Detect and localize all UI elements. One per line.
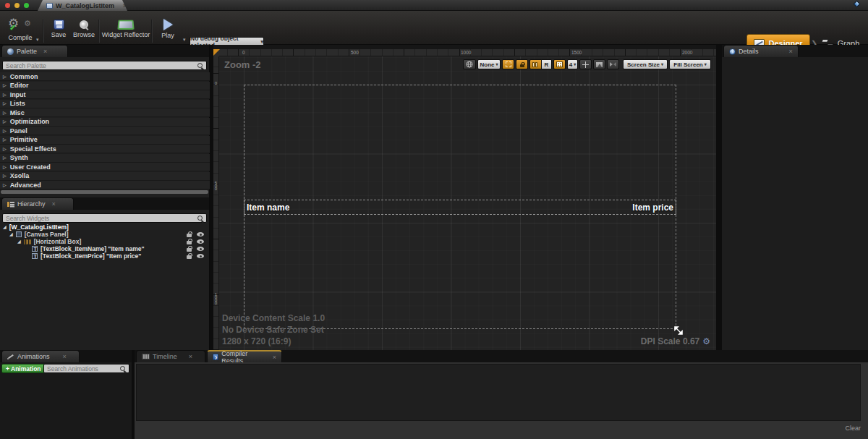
design-canvas[interactable]: Zoom -2 None ▾ R 4 ▾ xyxy=(219,56,716,350)
close-icon[interactable]: × xyxy=(789,48,793,55)
palette-category-misc[interactable]: ▷Misc xyxy=(0,108,210,117)
expander-icon[interactable]: ▷ xyxy=(3,165,7,169)
palette-category-xsolla[interactable]: ▷Xsolla xyxy=(0,172,210,181)
screen-size-label: Screen Size xyxy=(627,61,660,68)
expander-icon[interactable]: ▷ xyxy=(3,174,7,178)
tab-animations[interactable]: Animations × xyxy=(1,350,80,362)
ruler-tick-label: 500 xyxy=(351,50,359,55)
visibility-eye-icon[interactable] xyxy=(197,232,204,236)
close-icon[interactable]: × xyxy=(63,353,67,360)
add-animation-button[interactable]: + Animation xyxy=(1,364,46,373)
compile-options-caret-icon[interactable]: ▾ xyxy=(36,37,39,42)
close-tab-icon[interactable]: × xyxy=(123,2,127,9)
right-splitter[interactable] xyxy=(716,45,722,350)
expander-icon[interactable]: ▷ xyxy=(3,155,7,160)
visibility-eye-icon[interactable] xyxy=(197,254,204,258)
play-button[interactable]: Play xyxy=(154,18,182,46)
expander-icon[interactable]: ▷ xyxy=(3,183,7,187)
localization-preview-button[interactable] xyxy=(463,59,476,69)
transform-mode-button[interactable] xyxy=(579,59,592,69)
expander-icon[interactable]: ▷ xyxy=(3,129,7,133)
expander-icon[interactable]: ▷ xyxy=(3,147,7,151)
expander-icon[interactable]: ▷ xyxy=(3,137,7,142)
tab-details[interactable]: Details × xyxy=(723,45,799,57)
widget-reflector-button[interactable]: Widget Reflector xyxy=(101,18,150,46)
show-outlines-toggle[interactable] xyxy=(502,59,514,69)
grid-size-dropdown[interactable]: 4 ▾ xyxy=(567,59,578,69)
expander-icon[interactable]: ▷ xyxy=(3,101,7,106)
tree-row-textblock-itemname[interactable]: [TextBlock_ItemName] "Item name" xyxy=(32,245,144,252)
palette-category-common[interactable]: ▷Common xyxy=(0,72,210,81)
mirror-preview-button[interactable] xyxy=(607,59,619,69)
close-icon[interactable]: × xyxy=(273,354,276,361)
horizontal-box-outline[interactable]: Item name Item price xyxy=(244,200,676,215)
item-name-textblock[interactable]: Item name xyxy=(247,203,289,213)
palette-category-advanced[interactable]: ▷Advanced xyxy=(0,181,210,189)
resize-handle-cursor-icon[interactable] xyxy=(673,325,684,338)
close-icon[interactable]: × xyxy=(189,353,192,360)
close-icon[interactable]: × xyxy=(43,48,47,55)
close-icon[interactable]: × xyxy=(52,200,56,208)
tab-palette[interactable]: Palette × xyxy=(1,45,68,57)
lock-icon[interactable] xyxy=(187,234,192,237)
lock-icon[interactable] xyxy=(187,248,192,252)
source-control-icon[interactable] xyxy=(854,1,861,8)
palette-category-special-effects[interactable]: ▷Special Effects xyxy=(0,145,210,153)
tab-compiler-results[interactable]: Compiler Results × xyxy=(207,350,282,362)
lock-widgets-toggle[interactable] xyxy=(516,59,528,69)
hierarchy-search-input[interactable] xyxy=(3,215,197,222)
tree-row-canvas-panel[interactable]: ◢ [Canvas Panel] xyxy=(9,231,69,238)
hierarchy-panel: ◢ [W_CatalogListItem] ◢ [Canvas Panel] ◢… xyxy=(0,210,210,350)
visibility-eye-icon[interactable] xyxy=(197,247,204,251)
palette-category-primitive[interactable]: ▷Primitive xyxy=(0,136,210,145)
palette-category-input[interactable]: ▷Input xyxy=(0,90,210,99)
fill-screen-dropdown[interactable]: Fill Screen ▾ xyxy=(669,59,711,69)
save-button[interactable]: Save xyxy=(47,18,70,46)
tree-row-horizontal-box[interactable]: ◢ [Horizontal Box] xyxy=(17,238,81,245)
play-options-caret-icon[interactable]: ▾ xyxy=(183,37,186,42)
tree-row-textblock-itemprice[interactable]: [TextBlock_ItemPrice] "Item price" xyxy=(32,252,141,260)
browse-button[interactable]: Browse xyxy=(71,18,97,46)
palette-scrollbar[interactable] xyxy=(1,190,208,194)
palette-category-editor[interactable]: ▷Editor xyxy=(0,82,210,90)
expander-icon[interactable]: ◢ xyxy=(17,239,21,244)
palette-search-input[interactable] xyxy=(3,62,197,69)
compiler-results-log[interactable] xyxy=(136,364,861,421)
expander-icon[interactable]: ▷ xyxy=(3,111,7,115)
respect-locks-button[interactable]: R xyxy=(542,59,552,69)
item-price-textblock[interactable]: Item price xyxy=(632,203,673,213)
document-tab[interactable]: W_CatalogListItem × xyxy=(38,0,127,11)
palette-category-panel[interactable]: ▷Panel xyxy=(0,127,210,135)
flow-direction-value: None xyxy=(480,61,495,68)
maximize-window-button[interactable] xyxy=(24,3,29,8)
expander-icon[interactable]: ◢ xyxy=(9,232,13,236)
palette-category-user-created[interactable]: ▷User Created xyxy=(0,163,210,171)
clear-button[interactable]: Clear xyxy=(845,425,861,432)
palette-category-synth[interactable]: ▷Synth xyxy=(0,154,210,163)
expander-icon[interactable]: ▷ xyxy=(3,93,7,97)
close-window-button[interactable] xyxy=(5,3,10,8)
tab-timeline[interactable]: Timeline × xyxy=(136,350,205,362)
minimize-window-button[interactable] xyxy=(14,3,20,8)
expander-icon[interactable]: ▷ xyxy=(3,74,7,79)
visibility-eye-icon[interactable] xyxy=(197,239,204,244)
row-controls xyxy=(187,246,204,252)
palette-category-lists[interactable]: ▷Lists xyxy=(0,100,210,108)
lock-icon[interactable] xyxy=(187,241,192,244)
tab-hierarchy[interactable]: Hierarchy × xyxy=(1,197,74,210)
preview-background-button[interactable] xyxy=(593,59,605,69)
gear-icon[interactable]: ⚙ xyxy=(702,336,710,346)
expander-icon[interactable]: ◢ xyxy=(3,225,7,229)
flexbox-preview-toggle[interactable] xyxy=(529,59,542,69)
lock-icon[interactable] xyxy=(187,255,192,259)
animations-search-input[interactable] xyxy=(44,365,119,372)
tree-row-root[interactable]: ◢ [W_CatalogListItem] xyxy=(3,223,69,231)
add-animation-label: + Animation xyxy=(6,365,41,372)
expander-icon[interactable]: ▷ xyxy=(3,119,7,124)
screen-size-dropdown[interactable]: Screen Size ▾ xyxy=(623,59,668,69)
expander-icon[interactable]: ▷ xyxy=(3,83,7,88)
compile-button[interactable]: ⚙ ⚙ ✓ Compile xyxy=(4,18,36,46)
grid-snapping-toggle[interactable] xyxy=(553,59,566,69)
palette-category-optimization[interactable]: ▷Optimization xyxy=(0,118,210,127)
flow-direction-dropdown[interactable]: None ▾ xyxy=(477,59,501,69)
